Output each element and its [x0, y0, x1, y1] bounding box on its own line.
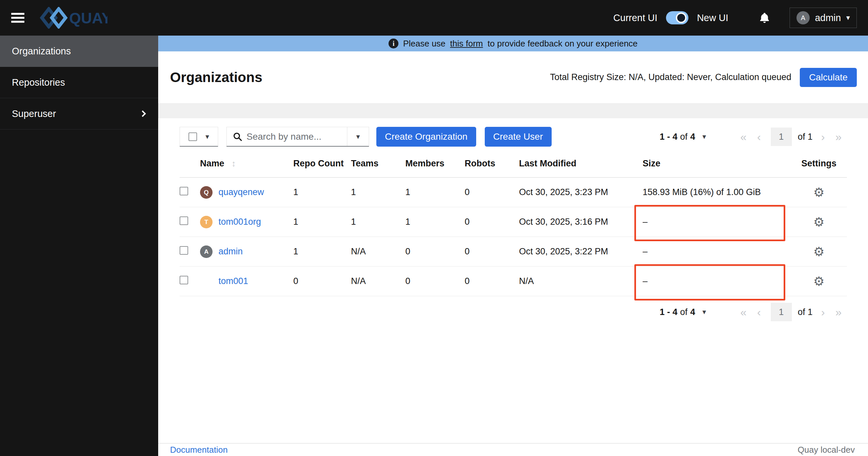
of-word: of	[680, 307, 688, 317]
teams-value: 1	[351, 217, 405, 227]
feedback-form-link[interactable]: this form	[450, 38, 483, 49]
column-header-teams: Teams	[351, 159, 405, 169]
current-ui-label: Current UI	[613, 12, 657, 23]
prev-page-button[interactable]: ‹	[752, 131, 766, 142]
sidebar-item-organizations[interactable]: Organizations	[0, 36, 158, 67]
prev-page-button[interactable]: ‹	[752, 306, 766, 318]
column-header-size: Size	[643, 159, 791, 169]
column-header-robots: Robots	[465, 159, 519, 169]
range-total: 4	[690, 132, 695, 142]
table-row-tom001: tom001 0 N/A 0 0 N/A – ⚙	[180, 266, 847, 296]
sidebar-item-label: Repositories	[12, 77, 65, 88]
repo-count-value: 1	[293, 217, 351, 227]
table-row-quayqenew: Q quayqenew 1 1 1 0 Oct 30, 2025, 3:23 P…	[180, 177, 847, 207]
size-value: –	[643, 217, 791, 227]
registry-size-status: Total Registry Size: N/A, Updated: Never…	[550, 72, 791, 83]
chevron-down-icon: ▾	[702, 133, 706, 140]
notifications-bell-icon[interactable]	[758, 12, 771, 24]
row-checkbox[interactable]	[180, 246, 188, 255]
page-number-input[interactable]	[771, 128, 792, 146]
column-header-last-modified: Last Modified	[519, 159, 643, 169]
gear-icon[interactable]: ⚙	[813, 186, 825, 199]
version-label: Quay local-dev	[798, 445, 855, 455]
gear-icon[interactable]: ⚙	[813, 215, 825, 229]
ui-toggle-switch[interactable]	[666, 11, 688, 24]
per-page-dropdown[interactable]: 1 - 4 of 4 ▾	[660, 132, 706, 142]
page-number-input[interactable]	[771, 303, 792, 321]
of-pages-label: of 1	[798, 132, 813, 142]
next-page-button[interactable]: ›	[816, 306, 830, 318]
sidebar-item-superuser[interactable]: Superuser	[0, 98, 158, 129]
table-header-row: Name ↕ Repo Count Teams Members Robots L…	[180, 150, 847, 177]
chevron-down-icon: ▾	[846, 14, 850, 22]
main-content: i Please use this form to provide feedba…	[158, 36, 868, 456]
sidebar-item-label: Superuser	[12, 108, 56, 119]
create-user-button[interactable]: Create User	[485, 127, 552, 146]
row-checkbox[interactable]	[180, 276, 188, 284]
org-avatar: Q	[200, 186, 213, 199]
repo-count-value: 0	[293, 276, 351, 286]
hamburger-menu-icon[interactable]	[11, 13, 24, 23]
masthead: QUAY Current UI New UI A admin ▾	[0, 0, 868, 36]
create-organization-button[interactable]: Create Organization	[376, 127, 476, 146]
first-page-button[interactable]: «	[735, 306, 752, 318]
org-link[interactable]: quayqenew	[218, 187, 264, 197]
gear-icon[interactable]: ⚙	[813, 274, 825, 288]
pagination-top: 1 - 4 of 4 ▾ « ‹ of 1 › »	[660, 128, 847, 146]
search-filter-dropdown[interactable]: ▾	[347, 127, 369, 146]
user-menu[interactable]: A admin ▾	[789, 8, 857, 28]
info-icon: i	[389, 38, 398, 48]
last-modified-value: Oct 30, 2025, 3:22 PM	[519, 247, 643, 257]
chevron-down-icon: ▾	[702, 308, 706, 316]
column-header-name[interactable]: Name ↕	[200, 159, 293, 169]
robots-value: 0	[465, 247, 519, 257]
of-word: of	[680, 132, 688, 142]
toolbar: ▾ ▾ Create Organization Create User 1 - …	[180, 127, 847, 146]
org-link[interactable]: admin	[218, 247, 243, 257]
footer: Documentation Quay local-dev	[158, 443, 868, 456]
bulk-select-checkbox[interactable]	[188, 132, 197, 141]
banner-text-before: Please use	[403, 38, 445, 49]
page-header: Organizations Total Registry Size: N/A, …	[158, 52, 868, 103]
sidebar: Organizations Repositories Superuser	[0, 36, 158, 456]
pagination-bottom: 1 - 4 of 4 ▾ « ‹ of 1 › »	[660, 303, 847, 321]
first-page-button[interactable]: «	[735, 131, 752, 142]
chevron-down-icon: ▾	[356, 133, 360, 140]
repo-count-value: 1	[293, 187, 351, 197]
org-link[interactable]: tom001org	[218, 217, 261, 227]
user-avatar: A	[797, 11, 810, 24]
range-start: 1 - 4	[660, 307, 678, 317]
quay-organizations-page: QUAY Current UI New UI A admin ▾ Organiz…	[0, 0, 868, 456]
size-value: –	[643, 276, 791, 286]
chevron-down-icon: ▾	[205, 133, 209, 140]
documentation-link[interactable]: Documentation	[170, 445, 228, 455]
sidebar-item-repositories[interactable]: Repositories	[0, 67, 158, 98]
per-page-dropdown[interactable]: 1 - 4 of 4 ▾	[660, 307, 706, 317]
last-modified-value: N/A	[519, 276, 643, 286]
of-pages-label: of 1	[798, 307, 813, 317]
calculate-button[interactable]: Calculate	[800, 68, 857, 87]
column-header-members: Members	[405, 159, 465, 169]
user-name: admin	[815, 12, 841, 23]
gear-icon[interactable]: ⚙	[813, 245, 825, 259]
size-value: –	[643, 247, 791, 257]
size-value: 158.93 MiB (16%) of 1.00 GiB	[643, 187, 791, 197]
banner-text-after: to provide feedback on your experience	[488, 38, 638, 49]
next-page-button[interactable]: ›	[816, 131, 830, 142]
last-page-button[interactable]: »	[830, 306, 847, 318]
search-icon	[227, 132, 247, 142]
table-row-admin: A admin 1 N/A 0 0 Oct 30, 2025, 3:22 PM …	[180, 237, 847, 266]
row-checkbox[interactable]	[180, 217, 188, 225]
teams-value: N/A	[351, 276, 405, 286]
chevron-right-icon	[140, 110, 146, 117]
sort-icon: ↕	[232, 159, 236, 169]
last-page-button[interactable]: »	[830, 131, 847, 142]
bulk-select-dropdown[interactable]: ▾	[180, 127, 218, 146]
search-input[interactable]	[247, 131, 347, 142]
row-checkbox[interactable]	[180, 187, 188, 195]
column-header-repo-count: Repo Count	[293, 159, 351, 169]
members-value: 0	[405, 276, 465, 286]
org-link[interactable]: tom001	[218, 276, 248, 286]
teams-value: N/A	[351, 247, 405, 257]
page-title: Organizations	[170, 69, 262, 85]
